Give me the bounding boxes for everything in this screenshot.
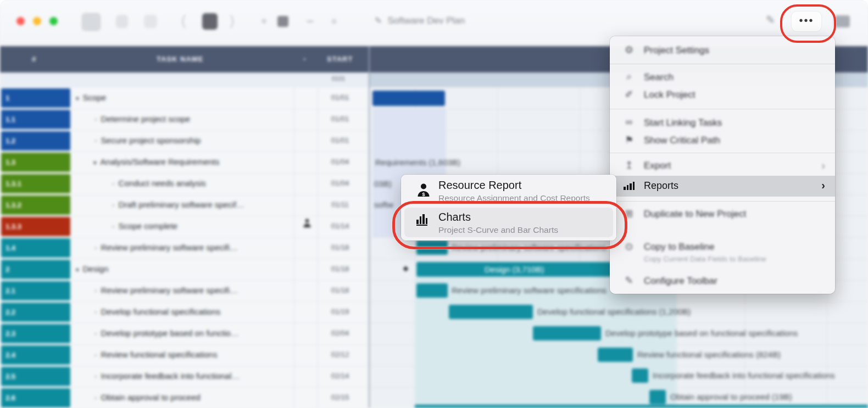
- small-dot-icon[interactable]: [261, 19, 266, 24]
- gantt-bar[interactable]: [649, 390, 666, 404]
- task-bullet-icon: ◦: [94, 329, 97, 338]
- task-bullet-icon: ◦: [94, 137, 97, 145]
- task-start: 01/01: [318, 115, 363, 123]
- menu-item-reports[interactable]: Reports ›: [610, 176, 835, 197]
- menu-item-lock-project[interactable]: ✐ Lock Project: [610, 86, 835, 104]
- annotation-ring-more-button: [780, 4, 836, 43]
- context-menu: ⚙ Project Settings ⌕ Search ✐ Lock Proje…: [610, 36, 835, 294]
- gantt-bar-design-summary[interactable]: Design (3,710B): [416, 262, 612, 277]
- window-grid-icon[interactable]: [82, 13, 101, 31]
- task-name: ◦Obtain approval to proceed: [94, 393, 201, 402]
- gantt-bar-scope[interactable]: [372, 91, 445, 106]
- task-id-badge: 1.3.1: [1, 174, 70, 193]
- disclosure-triangle[interactable]: ▾: [93, 159, 97, 166]
- task-id-badge: 2.1: [1, 281, 70, 300]
- task-start: 02/15: [318, 393, 363, 401]
- gantt-bar[interactable]: [416, 283, 448, 298]
- gantt-label: softw: [374, 200, 393, 209]
- menu-item-configure-toolbar[interactable]: ✎ Configure Toolbar: [610, 272, 835, 290]
- baseline-icon: ⊙: [622, 241, 636, 253]
- small-dot-icon-2[interactable]: [331, 19, 337, 24]
- menu-item-duplicate-to-new-project[interactable]: ⊞ Duplicate to New Project: [610, 205, 835, 223]
- task-start: 01/11: [318, 200, 363, 209]
- link-tasks-icon: ∞: [622, 116, 636, 128]
- task-name: ◦Review preliminary software specifi…: [94, 286, 238, 295]
- gantt-label: Requirements (1,603B): [375, 158, 460, 167]
- gantt-bar[interactable]: [632, 368, 648, 383]
- gantt-label: Develop functional specifications (1,200…: [537, 307, 691, 316]
- task-start: 01/18: [318, 265, 363, 273]
- task-bullet-icon: ◦: [112, 222, 115, 231]
- task-name: ◦Develop functional specifications: [94, 307, 220, 316]
- dark-tool-icon[interactable]: [277, 16, 288, 27]
- task-id-badge: 2: [1, 260, 70, 279]
- column-header-task-name[interactable]: TASK NAME: [157, 55, 203, 63]
- menu-item-start-linking-tasks[interactable]: ∞ Start Linking Tasks: [610, 114, 835, 132]
- disclosure-triangle[interactable]: ▾: [76, 266, 79, 273]
- gantt-bar[interactable]: [533, 326, 601, 340]
- document-title-group: ✎Software Dev Plan: [375, 15, 465, 26]
- gantt-bar[interactable]: [449, 305, 533, 319]
- task-name: ▾Design: [76, 264, 108, 273]
- menu-item-project-settings[interactable]: ⚙ Project Settings: [610, 42, 835, 59]
- gantt-label: Review preliminary software specificatio…: [452, 286, 607, 295]
- assigned-resource-icon: [303, 219, 311, 230]
- close-window-icon[interactable]: [16, 17, 25, 25]
- dash-icon[interactable]: [307, 20, 314, 23]
- gantt-bar[interactable]: [598, 348, 633, 362]
- dark-square-icon[interactable]: [202, 13, 218, 30]
- task-id-badge: 1: [1, 88, 70, 108]
- task-name: ▾Analysis/Software Requirements: [93, 157, 219, 166]
- task-id-badge: 1.4: [1, 238, 70, 258]
- design-phase-region: [415, 277, 677, 408]
- task-start: 02/04: [318, 329, 363, 337]
- gantt-bar-partial[interactable]: [415, 405, 868, 408]
- column-header-id[interactable]: #: [32, 55, 36, 63]
- task-id-badge: 2.6: [1, 388, 70, 407]
- task-name: ◦Secure project sponsorship: [94, 136, 201, 145]
- task-id-badge: 2.3: [1, 324, 70, 343]
- panel-icon[interactable]: [834, 15, 850, 27]
- triangle-icon[interactable]: [116, 15, 128, 28]
- task-bullet-icon: ◦: [94, 372, 97, 381]
- task-id-badge: 2.4: [1, 345, 70, 365]
- configure-toolbar-icon: ✎: [622, 275, 636, 287]
- task-start: 02/12: [318, 350, 363, 359]
- task-id-badge: 2.2: [1, 303, 70, 322]
- resource-column-icon[interactable]: ▪: [303, 55, 307, 63]
- critical-path-icon: ⚑: [622, 134, 636, 146]
- column-header-start[interactable]: START: [327, 55, 353, 63]
- gantt-label: Incorporate feedback into functional spe…: [653, 371, 835, 380]
- task-bullet-icon: ◦: [94, 394, 97, 402]
- task-id-badge: 1.1: [1, 110, 70, 129]
- menu-item-show-critical-path[interactable]: ⚑ Show Critical Path: [610, 132, 835, 149]
- task-name: ◦Review functional specifications: [94, 350, 217, 359]
- task-id-badge: 1.3.2: [1, 195, 70, 215]
- paren-right-icon[interactable]: ): [230, 12, 235, 29]
- table-gantt-splitter[interactable]: [369, 46, 370, 408]
- table-subheader: [0, 72, 369, 87]
- menu-separator: [610, 153, 835, 153]
- disclosure-triangle[interactable]: ▾: [76, 95, 79, 102]
- zoom-window-icon[interactable]: [49, 17, 58, 25]
- paren-left-icon[interactable]: (: [181, 12, 186, 29]
- subheader-value: 0101: [332, 75, 345, 82]
- task-bullet-icon: ◦: [94, 287, 97, 295]
- pencil-icon[interactable]: ✎: [766, 13, 775, 26]
- menu-item-export[interactable]: ↥ Export ›: [610, 157, 835, 175]
- menu-separator: [610, 201, 835, 202]
- task-bullet-icon: ◦: [94, 115, 97, 124]
- submenu-chevron-icon: ›: [821, 159, 825, 172]
- minimize-window-icon[interactable]: [33, 17, 41, 25]
- task-name: ◦Review preliminary software specifi…: [94, 243, 238, 252]
- menu-separator: [610, 109, 835, 109]
- gantt-summary-label: Design (3,710B): [485, 265, 544, 274]
- task-bullet-icon: ◦: [94, 244, 97, 252]
- task-bullet-icon: ◦: [112, 180, 115, 188]
- resource-person-icon: $: [416, 182, 431, 200]
- task-start: 01/18: [318, 286, 363, 294]
- submenu-chevron-icon: ›: [821, 179, 825, 192]
- rounded-square-icon[interactable]: [144, 15, 157, 28]
- menu-item-search[interactable]: ⌕ Search: [610, 69, 835, 86]
- menu-item-copy-to-baseline[interactable]: ⊙ Copy to Baseline Copy Current Data Fie…: [610, 238, 835, 269]
